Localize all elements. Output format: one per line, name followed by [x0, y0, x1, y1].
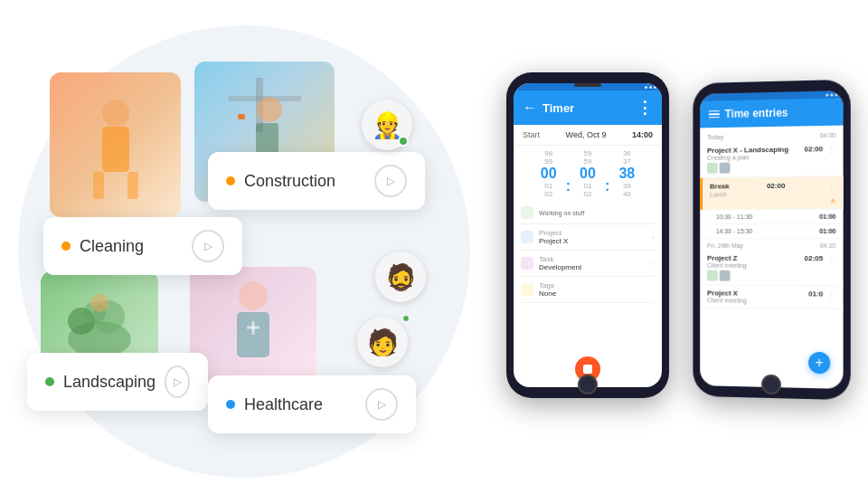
entry-project-x[interactable]: Project X Client meeting 01:0 ⋮: [700, 285, 843, 308]
break-duration: 02:00: [767, 182, 785, 190]
phone-home-button[interactable]: [578, 375, 598, 394]
separator-2: :: [605, 178, 609, 198]
tags-field-value: None: [539, 289, 556, 298]
cleaning-dot: [61, 242, 71, 251]
task-field-row[interactable]: Task Development ›: [521, 251, 655, 277]
fab-add-button[interactable]: +: [808, 352, 830, 375]
hamburger-icon[interactable]: [709, 110, 720, 119]
construction-play-button[interactable]: ▷: [374, 165, 407, 197]
mn-current: 00: [580, 166, 596, 182]
break-title: Break: [710, 182, 730, 190]
healthcare-card[interactable]: Healthcare ▷: [208, 375, 416, 433]
entry-info-x2: Project X Client meeting: [707, 289, 808, 304]
timer-fields: Working on stuff Project Project X › Tas…: [514, 198, 662, 356]
working-on-row: Working on stuff: [521, 202, 655, 224]
left-section: Construction ▷ Cleaning ▷ Landscaping ▷ …: [0, 0, 488, 503]
separator-1: :: [566, 178, 571, 198]
healthcare-play-button[interactable]: ▷: [365, 388, 398, 421]
construction-card[interactable]: Construction ▷: [208, 152, 425, 210]
hr-current: 00: [541, 166, 557, 182]
timer-col-seconds: 36 37 38 39 40: [613, 149, 640, 198]
back-arrow-icon[interactable]: ←: [523, 100, 537, 116]
tags-icon: [521, 283, 533, 296]
timer-col-hours: 98 99 00 01 02: [535, 149, 562, 198]
mn-p1: 01: [584, 182, 592, 190]
timer-scroll-area: 98 99 00 01 02 : 59 59 00 01 02 : 36 3: [514, 146, 662, 198]
cleaning-label: Cleaning: [80, 237, 183, 256]
sc-n1: 37: [623, 157, 631, 166]
mn-n1: 59: [584, 157, 592, 166]
project-z-title: Project Z: [707, 254, 805, 262]
landscaping-card[interactable]: Landscaping ▷: [27, 353, 208, 411]
project-icon: [521, 231, 533, 243]
construction-dot: [226, 176, 235, 185]
entry-info-z: Project Z Client meeting: [707, 254, 805, 281]
timer-screen: ← Timer ⋮ Start Wed, Oct 9 14:00 98 99 0…: [514, 83, 662, 387]
project-x-subtitle: Client meeting: [707, 297, 808, 304]
timer-col-minutes: 59 59 00 01 02: [574, 149, 601, 198]
working-on-text: Working on stuff: [539, 210, 584, 216]
timer-menu-icon[interactable]: ⋮: [637, 98, 653, 118]
hr-n2: 98: [544, 149, 552, 157]
healthcare-dot: [226, 400, 235, 409]
project-field-row[interactable]: Project Project X ›: [521, 224, 655, 251]
task-field-value: Development: [539, 263, 581, 271]
today-total: 04:00: [820, 132, 836, 138]
timer-time-value: 14:00: [632, 130, 653, 139]
project-z-duration: 02:05: [805, 254, 824, 262]
svg-point-6: [257, 97, 282, 122]
entry-menu-landscaping[interactable]: ⋮: [826, 145, 835, 155]
mn-n2: 59: [584, 149, 592, 157]
svg-rect-3: [127, 172, 138, 199]
sc-p2: 40: [623, 190, 631, 198]
project-z-menu[interactable]: ⋮: [826, 254, 835, 264]
today-label: Today: [707, 134, 723, 140]
timerange-2-text: 14:30 - 15:30: [716, 228, 820, 234]
timer-date: Wed, Oct 9: [566, 130, 607, 139]
stop-icon: [583, 365, 592, 374]
entry-subtitle-landscaping: Creating a plan: [707, 153, 805, 160]
phone-notch: [574, 83, 601, 87]
project-field-label: Project: [539, 229, 568, 237]
entry-project-z[interactable]: Project Z Client meeting 02:05 ⋮: [700, 251, 843, 287]
right-section: ← Timer ⋮ Start Wed, Oct 9 14:00 98 99 0…: [488, 0, 868, 503]
friday-section-header: Fri, 24th May 04:10: [700, 239, 843, 251]
timerange-1-text: 10:30 - 11:30: [716, 214, 820, 220]
healthcare-label: Healthcare: [244, 395, 356, 414]
tags-field-row[interactable]: Tags None: [521, 277, 655, 303]
break-menu[interactable]: ⋮: [826, 180, 835, 190]
entries-phone-home-button[interactable]: [761, 375, 781, 395]
friday-total: 04:10: [820, 242, 836, 249]
task-field-label: Task: [539, 255, 581, 263]
entry-duration-landscaping: 02:00: [805, 145, 824, 153]
avatar-healthcare: 🧑: [357, 317, 408, 367]
svg-point-0: [102, 100, 129, 127]
hr-n1: 99: [544, 157, 552, 166]
entries-header: Time entries: [700, 98, 843, 128]
break-expand-icon[interactable]: ∧: [710, 197, 836, 206]
cleaning-play-button[interactable]: ▷: [192, 230, 224, 262]
svg-rect-8: [238, 114, 245, 119]
landscaping-play-button[interactable]: ▷: [165, 365, 190, 398]
project-z-subtitle: Client meeting: [707, 262, 805, 269]
project-x-duration: 01:0: [808, 289, 823, 298]
entries-phone: Time entries Today 04:00 Project X - Lan…: [693, 80, 850, 401]
svg-rect-2: [93, 172, 104, 199]
entry-break[interactable]: Break 02:00 ⋮ Lunch ∧: [700, 176, 843, 210]
timerange-2-duration: 01:00: [819, 228, 835, 234]
healthcare-photo: [190, 267, 316, 394]
cleaning-card[interactable]: Cleaning ▷: [43, 217, 242, 275]
project-x-menu[interactable]: ⋮: [826, 289, 835, 299]
timer-title: Timer: [542, 101, 637, 115]
project-field-value: Project X: [539, 237, 568, 245]
avatar-construction: 👷: [362, 100, 412, 150]
timerange-1-duration: 01:00: [819, 214, 835, 220]
tags-field-label: Tags: [539, 281, 556, 289]
entry-landscaping[interactable]: Project X - Landscaping Creating a plan …: [700, 141, 843, 178]
hr-p2: 02: [544, 190, 552, 198]
avatar-healthcare-online: [402, 315, 410, 322]
mn-p2: 02: [584, 190, 592, 198]
avatar-landscaping: 🧔: [375, 252, 426, 302]
svg-point-14: [239, 281, 268, 310]
task-icon: [521, 257, 533, 270]
